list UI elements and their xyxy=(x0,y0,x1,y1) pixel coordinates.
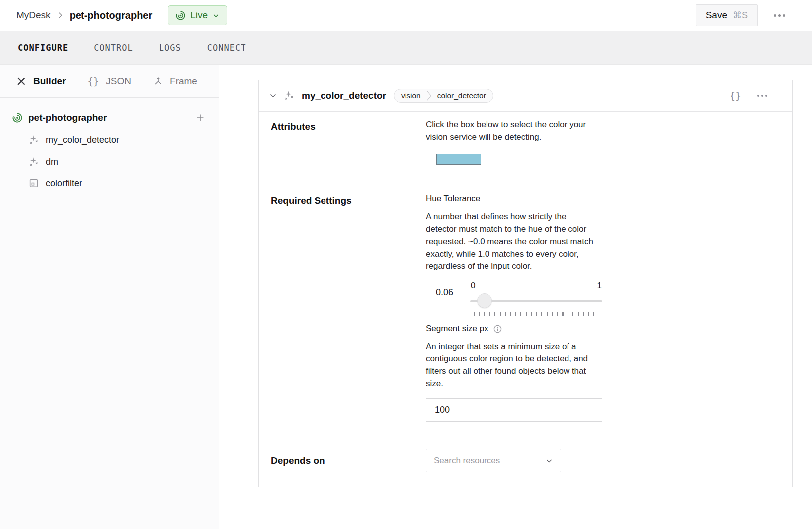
tree-item-label: colorfilter xyxy=(46,178,82,189)
card-overflow-menu-button[interactable] xyxy=(756,92,768,100)
chevron-right-icon xyxy=(56,11,65,20)
view-frame[interactable]: Frame xyxy=(153,76,197,87)
tab-logs[interactable]: LOGS xyxy=(159,43,181,53)
color-swatch[interactable] xyxy=(436,154,481,165)
hue-tolerance-control: 0 1 xyxy=(426,281,602,316)
card-title: my_color_detector xyxy=(302,90,386,101)
sparkle-service-icon xyxy=(28,156,39,167)
view-frame-label: Frame xyxy=(170,76,197,87)
resource-type-pill: vision color_detector xyxy=(394,89,493,103)
hue-tolerance-description: A number that defines how strictly the d… xyxy=(426,210,597,272)
live-status-dropdown[interactable]: Live xyxy=(168,5,227,25)
collapse-chevron-icon[interactable] xyxy=(269,91,277,100)
slider-track[interactable] xyxy=(470,293,602,309)
breadcrumb-machine-name: pet-photographer xyxy=(70,10,153,21)
top-header: MyDesk pet-photographer Live Save xyxy=(0,0,812,31)
slider-thumb[interactable] xyxy=(477,293,492,308)
tools-icon xyxy=(16,76,26,86)
tree-root-machine[interactable]: pet-photographer xyxy=(0,107,219,129)
sparkle-service-icon xyxy=(283,90,295,101)
hue-tolerance-input[interactable] xyxy=(426,281,463,304)
hue-tolerance-slider: 0 1 xyxy=(470,281,602,316)
config-sidebar: Builder {} JSON Frame xyxy=(0,65,219,529)
segment-size-label: Segment size px xyxy=(426,324,488,334)
pill-model: color_detector xyxy=(437,91,486,100)
edit-json-button[interactable]: {} xyxy=(730,90,741,102)
tab-control[interactable]: CONTROL xyxy=(94,43,133,53)
app-root: MyDesk pet-photographer Live Save xyxy=(0,0,812,529)
module-icon xyxy=(28,178,39,189)
depends-on-section: Depends on Search resources xyxy=(259,436,792,487)
required-settings-heading: Required Settings xyxy=(271,195,426,206)
chevron-down-icon xyxy=(212,12,220,19)
chevron-right-icon xyxy=(426,90,432,101)
depends-on-select[interactable]: Search resources xyxy=(426,449,561,472)
segment-size-description: An integer that sets a minimum size of a… xyxy=(426,340,602,390)
segment-size-input[interactable] xyxy=(426,398,602,422)
builder-canvas: my_color_detector vision color_detector … xyxy=(219,65,812,529)
view-json[interactable]: {} JSON xyxy=(87,76,131,87)
tree-connector-line xyxy=(238,65,238,529)
depends-on-heading: Depends on xyxy=(271,455,426,466)
braces-icon: {} xyxy=(87,76,99,87)
resource-tree: pet-photographer my_color_detector xyxy=(0,98,219,194)
breadcrumb-org[interactable]: MyDesk xyxy=(16,10,51,21)
save-button[interactable]: Save ⌘S xyxy=(696,4,758,26)
slider-max-label: 1 xyxy=(597,281,602,291)
attributes-heading: Attributes xyxy=(271,121,426,132)
info-icon[interactable] xyxy=(493,324,502,334)
tree-item-label: my_color_detector xyxy=(46,135,119,145)
add-resource-button[interactable] xyxy=(195,112,206,123)
header-overflow-menu-button[interactable] xyxy=(773,11,786,20)
frame-axes-icon xyxy=(153,76,163,86)
tree-item-label: dm xyxy=(46,157,58,167)
machine-broadcast-icon xyxy=(12,112,23,123)
tab-connect[interactable]: CONNECT xyxy=(207,43,246,53)
required-settings-section: Required Settings Hue Tolerance A number… xyxy=(259,194,792,436)
attributes-description: Click the box below to select the color … xyxy=(426,118,597,143)
hue-tolerance-label: Hue Tolerance xyxy=(426,194,602,204)
broadcast-icon xyxy=(175,10,186,21)
config-view-switcher: Builder {} JSON Frame xyxy=(0,65,219,98)
slider-tick-marks xyxy=(474,312,599,316)
view-builder[interactable]: Builder xyxy=(16,76,66,87)
card-header-actions: {} xyxy=(730,90,768,102)
tree-item-my-color-detector[interactable]: my_color_detector xyxy=(0,129,219,151)
machine-tab-bar: CONFIGURE CONTROL LOGS CONNECT xyxy=(0,31,812,65)
breadcrumb: MyDesk pet-photographer xyxy=(16,10,152,21)
save-label: Save xyxy=(706,10,727,21)
resource-card-my-color-detector: my_color_detector vision color_detector … xyxy=(258,80,793,487)
tab-configure[interactable]: CONFIGURE xyxy=(18,43,68,53)
view-json-label: JSON xyxy=(106,76,131,87)
slider-min-label: 0 xyxy=(471,281,475,291)
attributes-section: Attributes Click the box below to select… xyxy=(259,112,792,194)
tree-root-label: pet-photographer xyxy=(28,112,107,123)
view-builder-label: Builder xyxy=(33,76,66,87)
pill-type: vision xyxy=(401,91,421,100)
card-header: my_color_detector vision color_detector … xyxy=(259,80,792,112)
sparkle-service-icon xyxy=(28,134,39,145)
color-picker-box[interactable] xyxy=(426,148,487,170)
live-label: Live xyxy=(190,10,208,21)
save-shortcut: ⌘S xyxy=(733,10,748,21)
header-actions: Save ⌘S xyxy=(696,4,786,26)
tree-item-dm[interactable]: dm xyxy=(0,151,219,173)
tree-item-colorfilter[interactable]: colorfilter xyxy=(0,173,219,194)
chevron-down-icon xyxy=(545,457,553,465)
depends-on-placeholder: Search resources xyxy=(434,456,500,466)
